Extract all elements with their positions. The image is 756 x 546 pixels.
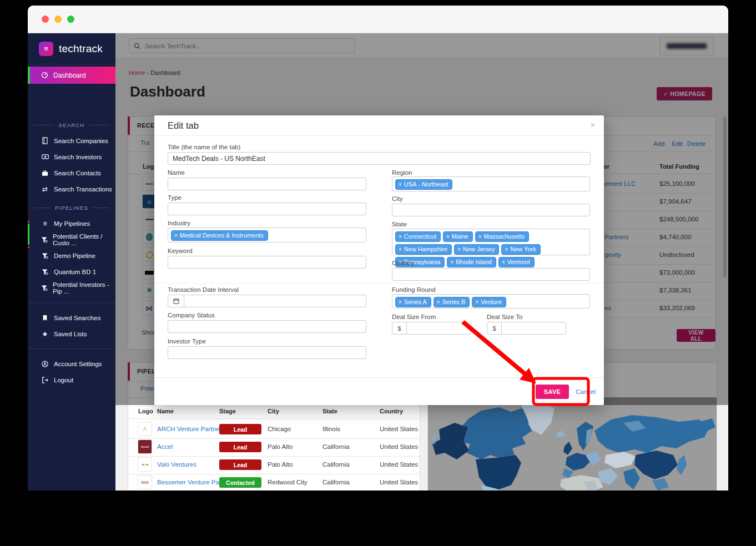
transfer-arrows-icon: ⇄ (41, 185, 49, 193)
remove-tag-icon[interactable]: × (457, 246, 461, 252)
dollar-prefix: $ (392, 322, 407, 334)
remove-tag-icon[interactable]: × (446, 234, 450, 240)
filter-tag[interactable]: ×New York (501, 244, 540, 255)
sidebar-item-label: Saved Lists (54, 331, 87, 337)
modal-footer: SAVE Cancel (154, 377, 604, 405)
investor-name-link[interactable]: ARCH Venture Partners (157, 426, 225, 432)
sidebar-item-search-companies[interactable]: Search Companies (28, 133, 115, 149)
filter-tag[interactable]: ×Series A (395, 297, 431, 307)
name-input[interactable] (168, 178, 366, 190)
region-label: Region (392, 169, 412, 176)
remove-tag-icon[interactable]: × (502, 259, 505, 265)
filter-tag[interactable]: ×Vermont (498, 257, 535, 267)
sidebar-item-saved-searches[interactable]: Saved Searches (28, 310, 115, 326)
tag-label: Maine (452, 233, 468, 240)
filter-tag[interactable]: ×Series B (434, 297, 470, 307)
remove-tag-icon[interactable]: × (399, 181, 402, 188)
divider (128, 438, 420, 439)
city-input[interactable] (392, 204, 590, 216)
remove-tag-icon[interactable]: × (399, 299, 402, 305)
state-label: State (392, 221, 407, 228)
sidebar-item-logout[interactable]: Logout (28, 372, 115, 388)
funnel-icon (41, 236, 48, 243)
filter-tag[interactable]: ×Rhode Island (447, 257, 496, 267)
remove-tag-icon[interactable]: × (399, 234, 402, 240)
sidebar-item-search-investors[interactable]: Search Investors (28, 149, 115, 165)
remove-tag-icon[interactable]: × (478, 234, 482, 240)
region-tag-input[interactable]: ×USA - Northeast (392, 176, 590, 191)
remove-tag-icon[interactable]: × (437, 299, 440, 305)
country-cell: United States (380, 479, 418, 486)
tag-label: Connecticut (404, 233, 436, 240)
sidebar-item-pipeline-quantum[interactable]: Quantum BD 1 (28, 264, 115, 280)
section-divider (154, 283, 604, 284)
filter-tag[interactable]: ×Venture (472, 297, 506, 307)
sidebar-item-account-settings[interactable]: Account Settings (28, 356, 115, 372)
city-cell: Palo Alto (268, 461, 293, 468)
divider (28, 348, 115, 349)
remove-tag-icon[interactable]: × (174, 232, 178, 239)
save-button[interactable]: SAVE (536, 385, 569, 399)
investor-name-link[interactable]: Valo Ventures (157, 461, 196, 468)
remove-tag-icon[interactable]: × (450, 259, 453, 265)
company-status-input[interactable] (168, 320, 366, 333)
country-input[interactable] (392, 268, 590, 281)
state-tag-input[interactable]: ×Connecticut ×Maine ×Massachusetts ×New … (392, 229, 590, 255)
close-window-icon[interactable] (42, 16, 49, 23)
deal-size-from-input[interactable]: $ (392, 322, 471, 335)
divider (128, 474, 420, 474)
investor-logo: Λ (138, 422, 152, 436)
section-pipelines: PIPELINES (33, 205, 110, 211)
app-window: ≡ techtrack Dashboard SEARCH (28, 6, 728, 491)
sidebar-item-my-pipelines[interactable]: ≡ My Pipelines (28, 215, 115, 231)
filter-tag[interactable]: ×New Hampshire (395, 244, 452, 255)
remove-tag-icon[interactable]: × (505, 246, 508, 252)
sidebar-item-pipeline-potential-clients[interactable]: Potential Clients / Custo ... (28, 231, 115, 247)
industry-tag-input[interactable]: ×Medical Devices & Instruments (168, 228, 366, 242)
sidebar-item-pipeline-demo[interactable]: Demo Pipeline (28, 247, 115, 264)
tab-title-input[interactable] (168, 152, 591, 165)
remove-tag-icon[interactable]: × (399, 246, 402, 252)
person-circle-icon (41, 361, 49, 367)
filter-tag[interactable]: ×Medical Devices & Instruments (171, 230, 268, 241)
minimize-window-icon[interactable] (54, 16, 62, 23)
edit-tab-modal: Edit tab × Title (the name of the tab) N… (154, 115, 604, 405)
sidebar-item-saved-lists[interactable]: ★ Saved Lists (28, 326, 115, 342)
sidebar-item-search-transactions[interactable]: ⇄ Search Transactions (28, 181, 115, 197)
state-cell: California (322, 443, 350, 450)
sidebar-item-dashboard[interactable]: Dashboard (28, 67, 115, 84)
filter-tag[interactable]: ×Massachusetts (475, 231, 529, 242)
dollar-prefix: $ (487, 322, 502, 334)
filter-tag[interactable]: ×USA - Northeast (395, 179, 452, 190)
filter-tag[interactable]: ×Connecticut (395, 231, 441, 242)
country-cell: United States (380, 426, 418, 432)
sidebar-item-pipeline-potential-investors[interactable]: Potential Investors - Pip ... (28, 280, 115, 296)
type-input[interactable] (168, 203, 366, 215)
book-icon (41, 137, 49, 144)
filter-tag[interactable]: ×Maine (443, 231, 473, 242)
sidebar-item-search-contacts[interactable]: Search Contacts (28, 165, 115, 181)
tag-label: New York (510, 246, 536, 252)
transaction-date-interval-input[interactable] (168, 295, 366, 307)
cancel-link[interactable]: Cancel (576, 388, 596, 395)
col-city: City (268, 408, 279, 414)
sidebar-item-label: Potential Clients / Custo ... (53, 233, 115, 246)
funding-round-tag-input[interactable]: ×Series A ×Series B ×Venture (392, 294, 590, 309)
keyword-label: Keyword (168, 247, 193, 254)
active-indicator (28, 67, 30, 84)
keyword-input[interactable] (168, 256, 366, 269)
sidebar-item-label: Potential Investors - Pip ... (53, 281, 115, 295)
maximize-window-icon[interactable] (67, 16, 74, 23)
funnel-icon (41, 252, 49, 259)
close-icon[interactable]: × (590, 120, 595, 129)
investor-logo: Accel (138, 439, 152, 454)
investor-type-input[interactable] (168, 346, 366, 359)
remove-tag-icon[interactable]: × (475, 299, 478, 305)
sidebar-item-label: Search Contacts (54, 170, 101, 176)
investor-name-link[interactable]: Accel (157, 443, 173, 450)
brand[interactable]: ≡ techtrack (28, 33, 115, 64)
filter-tag[interactable]: ×New Jersey (454, 244, 499, 255)
brand-name: techtrack (59, 43, 103, 55)
country-cell: United States (380, 443, 418, 450)
deal-size-to-input[interactable]: $ (487, 322, 566, 335)
